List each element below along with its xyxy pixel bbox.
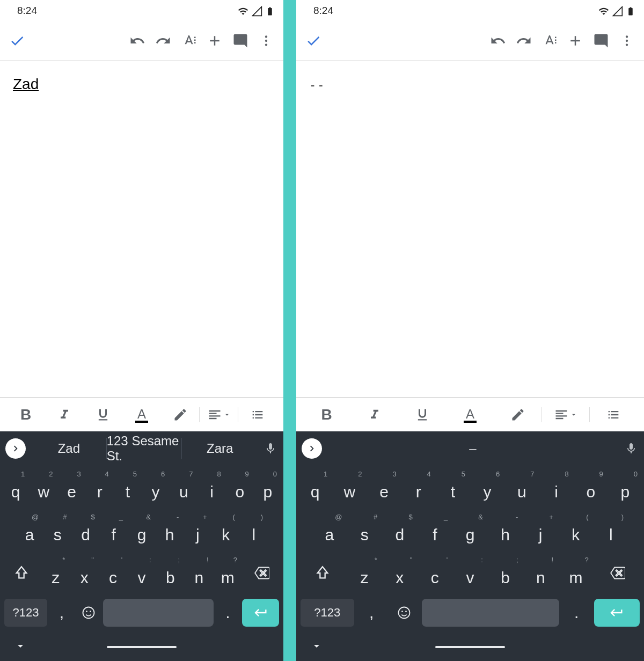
key-r[interactable]: 4r xyxy=(402,468,435,506)
key-y[interactable]: 6y xyxy=(142,468,169,506)
space-key[interactable] xyxy=(103,599,214,627)
key-x[interactable]: "x xyxy=(383,554,417,592)
highlight-button[interactable] xyxy=(494,402,542,428)
align-button[interactable] xyxy=(200,402,238,428)
key-x[interactable]: "x xyxy=(70,554,98,592)
key-f[interactable]: _f xyxy=(100,511,127,549)
key-a[interactable]: @a xyxy=(16,511,43,549)
suggestion-1[interactable]: Zad xyxy=(31,431,107,466)
done-button[interactable] xyxy=(301,28,326,54)
period-key[interactable]: . xyxy=(561,599,592,627)
textformat-button[interactable] xyxy=(537,28,562,54)
emoji-key[interactable] xyxy=(389,599,420,627)
document-area[interactable]: -- xyxy=(296,61,644,397)
key-u[interactable]: 7u xyxy=(170,468,197,506)
bold-button[interactable]: B xyxy=(6,402,45,428)
key-n[interactable]: !n xyxy=(185,554,213,592)
undo-button[interactable] xyxy=(485,28,511,54)
key-f[interactable]: _f xyxy=(418,511,452,549)
more-button[interactable] xyxy=(614,28,640,54)
comma-key[interactable]: , xyxy=(356,599,387,627)
list-button[interactable] xyxy=(238,402,277,428)
symbols-key[interactable]: ?123 xyxy=(4,599,47,627)
home-indicator[interactable] xyxy=(435,646,505,648)
key-j[interactable]: +j xyxy=(184,511,211,549)
key-u[interactable]: 7u xyxy=(505,468,538,506)
key-o[interactable]: 9o xyxy=(226,468,253,506)
hide-keyboard-button[interactable] xyxy=(14,640,27,655)
italic-button[interactable] xyxy=(350,402,398,428)
key-g[interactable]: &g xyxy=(453,511,487,549)
key-z[interactable]: *z xyxy=(347,554,382,592)
suggestion-3[interactable]: Zara xyxy=(182,431,258,466)
key-i[interactable]: 8i xyxy=(539,468,573,506)
key-l[interactable]: )l xyxy=(594,511,628,549)
key-b[interactable]: ;b xyxy=(488,554,523,592)
key-c[interactable]: 'c xyxy=(418,554,452,592)
key-d[interactable]: $d xyxy=(383,511,417,549)
key-l[interactable]: )l xyxy=(240,511,267,549)
expand-suggestions-button[interactable] xyxy=(302,438,322,459)
key-s[interactable]: #s xyxy=(44,511,71,549)
period-key[interactable]: . xyxy=(216,599,240,627)
key-v[interactable]: :v xyxy=(453,554,487,592)
key-s[interactable]: #s xyxy=(348,511,382,549)
voice-input-button[interactable] xyxy=(258,442,283,455)
backspace-key[interactable] xyxy=(243,554,281,592)
more-button[interactable] xyxy=(253,28,279,54)
key-y[interactable]: 6y xyxy=(471,468,504,506)
redo-button[interactable] xyxy=(150,28,176,54)
hide-keyboard-button[interactable] xyxy=(310,640,323,655)
key-w[interactable]: 2w xyxy=(30,468,57,506)
key-n[interactable]: !n xyxy=(524,554,558,592)
key-d[interactable]: $d xyxy=(72,511,99,549)
italic-button[interactable] xyxy=(45,402,84,428)
shift-key[interactable] xyxy=(298,554,346,592)
textformat-button[interactable] xyxy=(176,28,202,54)
key-q[interactable]: 1q xyxy=(298,468,332,506)
key-c[interactable]: 'c xyxy=(99,554,127,592)
key-r[interactable]: 4r xyxy=(86,468,113,506)
key-t[interactable]: 5t xyxy=(114,468,141,506)
undo-button[interactable] xyxy=(125,28,150,54)
key-b[interactable]: ;b xyxy=(157,554,184,592)
list-button[interactable] xyxy=(590,402,638,428)
underline-button[interactable] xyxy=(398,402,446,428)
key-z[interactable]: *z xyxy=(42,554,69,592)
key-a[interactable]: @a xyxy=(312,511,347,549)
emoji-key[interactable] xyxy=(76,599,101,627)
voice-input-button[interactable] xyxy=(618,442,644,455)
key-v[interactable]: :v xyxy=(128,554,155,592)
key-i[interactable]: 8i xyxy=(198,468,225,506)
key-m[interactable]: ?m xyxy=(214,554,241,592)
underline-button[interactable] xyxy=(84,402,122,428)
key-w[interactable]: 2w xyxy=(333,468,366,506)
key-o[interactable]: 9o xyxy=(574,468,608,506)
key-j[interactable]: +j xyxy=(523,511,558,549)
key-k[interactable]: (k xyxy=(559,511,593,549)
textcolor-button[interactable]: A xyxy=(122,402,161,428)
key-e[interactable]: 3e xyxy=(58,468,85,506)
home-indicator[interactable] xyxy=(107,646,177,648)
space-key[interactable] xyxy=(422,599,559,627)
symbols-key[interactable]: ?123 xyxy=(301,599,354,627)
highlight-button[interactable] xyxy=(161,402,200,428)
key-q[interactable]: 1q xyxy=(2,468,29,506)
insert-button[interactable] xyxy=(562,28,588,54)
key-h[interactable]: -h xyxy=(488,511,523,549)
comment-button[interactable] xyxy=(588,28,614,54)
key-p[interactable]: 0p xyxy=(609,468,642,506)
shift-key[interactable] xyxy=(2,554,41,592)
key-k[interactable]: (k xyxy=(213,511,239,549)
key-h[interactable]: -h xyxy=(156,511,183,549)
key-g[interactable]: &g xyxy=(128,511,155,549)
insert-button[interactable] xyxy=(202,28,228,54)
key-t[interactable]: 5t xyxy=(436,468,470,506)
enter-key[interactable] xyxy=(594,599,640,627)
comment-button[interactable] xyxy=(228,28,253,54)
suggestion-center[interactable]: – xyxy=(327,431,618,466)
textcolor-button[interactable]: A xyxy=(446,402,494,428)
key-m[interactable]: ?m xyxy=(559,554,593,592)
redo-button[interactable] xyxy=(511,28,537,54)
comma-key[interactable]: , xyxy=(49,599,74,627)
